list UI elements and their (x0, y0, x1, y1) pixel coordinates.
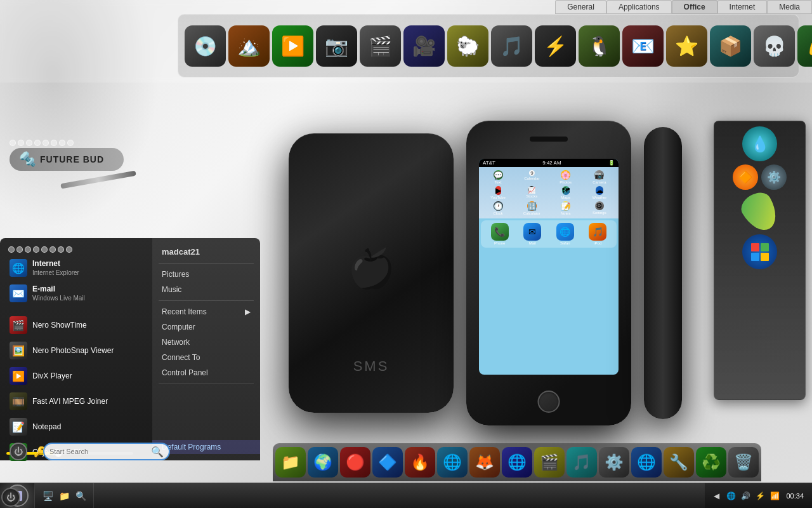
ql-icon-folder[interactable]: 📁 (56, 488, 72, 504)
bdock-folder[interactable]: 📁 (275, 447, 306, 478)
tray-icon-back[interactable]: ◀ (710, 490, 723, 502)
tab-general[interactable]: General (555, 0, 606, 14)
tab-internet[interactable]: Internet (717, 0, 768, 14)
dock-app-safari: 🌐Safari (556, 223, 574, 245)
iphone-display: SMS AT&T 9:42 AM 🔋 💬Text 9Calendar 🌸Phot… (222, 102, 749, 444)
right-item-recent[interactable]: Recent Items ▶ (152, 305, 260, 319)
right-item-computer[interactable]: Computer (152, 320, 260, 334)
taskbar-power-button[interactable]: ⏻ (1, 488, 20, 507)
dock-icon-sheep[interactable]: 🐑 (447, 25, 488, 67)
widget-icon-blue: 💧 (742, 126, 777, 161)
tray-icon-globe[interactable]: 🌐 (724, 490, 737, 502)
right-separator-3 (159, 384, 254, 384)
dock-icon-skull[interactable]: 💀 (754, 25, 795, 67)
win-logo-red (751, 243, 759, 251)
dock-app-ipod: 🎵iPod (589, 223, 606, 245)
search-input[interactable] (49, 448, 148, 455)
win-logo-yellow (761, 253, 769, 261)
widget-icon-gear: ⚙️ (761, 164, 787, 190)
menu-icon-email: ✉️ (10, 284, 27, 302)
tray-icon-battery[interactable]: ⚡ (754, 490, 766, 502)
dock-icon-star[interactable]: ⭐ (666, 25, 707, 67)
sidebar-widget: 💧 🔶 ⚙️ (714, 121, 806, 400)
bdock-settings[interactable]: ⚙️ (599, 447, 629, 478)
futurebud-logo: 🔩 FUTURE BUD (10, 148, 124, 171)
tab-media[interactable]: Media (767, 0, 812, 14)
tab-office[interactable]: Office (672, 0, 717, 14)
right-item-control-panel[interactable]: Control Panel (152, 366, 260, 380)
taskbar-icons (94, 483, 705, 508)
ql-icon-show-desktop[interactable]: 🖥️ (40, 488, 55, 504)
app-youtube: ▶YouTube (482, 186, 514, 199)
dock-icon-box[interactable]: 📦 (710, 25, 751, 67)
dock-icon-media[interactable]: 🎬 (360, 25, 401, 67)
widget-icon-orange: 🔶 (733, 164, 758, 190)
tray-icon-network[interactable]: 📶 (768, 490, 781, 502)
ql-icon-search[interactable]: 🔍 (73, 488, 88, 504)
right-item-pictures[interactable]: Pictures (152, 267, 260, 281)
futurebud-pen (10, 171, 136, 209)
menu-item-internet[interactable]: 🌐 Internet Internet Explorer (3, 256, 149, 280)
bdock-globe[interactable]: 🌍 (308, 447, 338, 478)
menu-item-notepad[interactable]: 📝 Notepad (3, 415, 149, 439)
menu-icon-photosnap: 🖼️ (10, 342, 27, 359)
bdock-ball[interactable]: 🔴 (340, 447, 370, 478)
start-menu-dots (3, 244, 149, 255)
app-maps: 🗺Maps (550, 186, 582, 199)
dock-icon-mail[interactable]: 📧 (622, 25, 664, 67)
dock-icon-photo[interactable]: 🏔️ (228, 25, 270, 67)
bdock-globe2[interactable]: 🌐 (631, 447, 662, 478)
dock-icon-clapper[interactable]: 🎥 (403, 25, 445, 67)
dock-app-phone: 📞Phone (491, 223, 509, 245)
start-menu: 🌐 Internet Internet Explorer ✉️ E-mail W… (0, 238, 273, 460)
bdock-bluegrid[interactable]: 🔷 (372, 447, 403, 478)
menu-item-email-name: E-mail (32, 284, 55, 293)
right-item-network[interactable]: Network (152, 335, 260, 349)
menu-item-photsnap[interactable]: 🖼️ Nero PhotoSnap Viewer (3, 338, 149, 363)
menu-item-avi-name: Fast AVI MPEG Joiner (32, 397, 108, 406)
menu-item-internet-name: Internet (32, 259, 60, 268)
dock-icon-music[interactable]: 🎵 (491, 25, 532, 67)
bdock-tools[interactable]: 🔧 (664, 447, 694, 478)
search-bar[interactable]: 🔍 (43, 443, 170, 460)
bdock-browser[interactable]: 🌐 (502, 447, 532, 478)
bdock-media[interactable]: 🎵 (566, 447, 597, 478)
bdock-fire[interactable]: 🔥 (405, 447, 435, 478)
right-item-connect[interactable]: Connect To (152, 351, 260, 364)
dock-icon-play[interactable]: ▶️ (272, 25, 313, 67)
dock-icon-camera[interactable]: 📷 (316, 25, 357, 67)
dock-icon-muscle[interactable]: 💪 (797, 25, 812, 67)
menu-item-email[interactable]: ✉️ E-mail Windows Live Mail (3, 281, 149, 305)
right-item-music[interactable]: Music (152, 283, 260, 297)
tray-icon-speaker[interactable]: 🔊 (739, 490, 752, 502)
menu-item-internet-sub: Internet Explorer (32, 269, 79, 276)
bdock-trash[interactable]: 🗑️ (728, 447, 759, 478)
right-item-username[interactable]: madcat21 (152, 244, 260, 259)
menu-item-divx-name: DivX Player (32, 371, 72, 380)
taskbar: 🖥️ 📁 🔍 ◀ 🌐 🔊 ⚡ 📶 00:34 (0, 483, 812, 508)
dock-icon-lightning[interactable]: ⚡ (535, 25, 576, 67)
menu-item-email-sub: Windows Live Mail (32, 295, 85, 302)
tab-applications[interactable]: Applications (606, 0, 672, 14)
bdock-recycle[interactable]: ♻️ (696, 447, 726, 478)
bdock-film[interactable]: 🎬 (534, 447, 565, 478)
menu-icon-notepad: 📝 (10, 418, 27, 436)
pen-body (60, 171, 136, 189)
right-item-recent-arrow: ▶ (245, 307, 251, 316)
start-menu-left: 🌐 Internet Internet Explorer ✉️ E-mail W… (0, 238, 152, 460)
top-dock-icons-row: 💿 🏔️ ▶️ 📷 🎬 🎥 🐑 🎵 ⚡ 🐧 📧 ⭐ 📦 💀 💪 🎶 ⚙️ 📅 (178, 14, 799, 77)
menu-item-notepad-name: Notepad (32, 422, 61, 431)
app-stocks: 📈Stocks (516, 186, 547, 199)
dock-icon-linux[interactable]: 🐧 (579, 25, 620, 67)
dock-icon-disc[interactable]: 💿 (185, 25, 226, 67)
menu-item-email-text: E-mail Windows Live Mail (32, 284, 85, 302)
power-button[interactable]: ⏻ (10, 443, 27, 460)
menu-item-divx[interactable]: ▶️ DivX Player (3, 364, 149, 388)
bdock-ie[interactable]: 🌐 (437, 447, 468, 478)
menu-item-avi[interactable]: 🎞️ Fast AVI MPEG Joiner (3, 389, 149, 413)
futurebud-label: FUTURE BUD (40, 154, 104, 164)
menu-item-nero[interactable]: 🎬 Nero ShowTime (3, 313, 149, 337)
menu-item-internet-text: Internet Internet Explorer (32, 259, 79, 277)
bdock-firefox[interactable]: 🦊 (469, 447, 500, 478)
app-notes: 📝Notes (550, 201, 582, 215)
